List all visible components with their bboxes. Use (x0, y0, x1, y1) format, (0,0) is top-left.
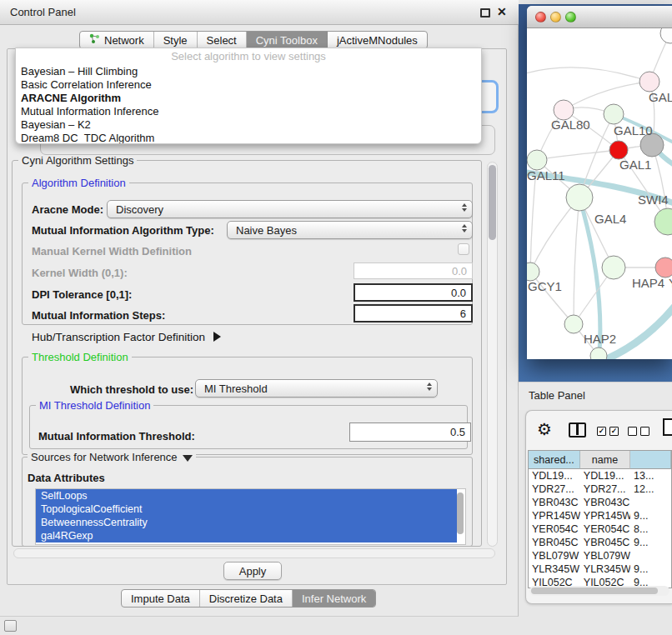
table-row[interactable]: YDL19... YDL19... 13... (529, 469, 671, 482)
list-item[interactable]: TopologicalCoefficient (36, 502, 457, 516)
table-row[interactable]: YPR145W YPR145W 9... (529, 509, 671, 522)
columns-icon[interactable] (569, 422, 586, 438)
which-threshold-combo[interactable]: MI Threshold (195, 379, 438, 398)
scrollbar-thumb[interactable] (531, 588, 658, 594)
table-row[interactable]: YER054C YER054C 8... (529, 522, 671, 536)
combo-stepper-icon (427, 382, 432, 391)
network-canvas[interactable]: GAL GAL80 GAL10 GAL1 GAL11 GAL4 SWI4 HAP… (527, 28, 672, 359)
data-attributes-label: Data Attributes (28, 472, 105, 484)
which-threshold-label: Which threshold to use: (70, 383, 193, 396)
network-graph[interactable]: GAL GAL80 GAL10 GAL1 GAL11 GAL4 SWI4 HAP… (527, 28, 672, 359)
network-node[interactable] (654, 208, 672, 235)
hub-tf-definition-label: Hub/Transcription Factor Definition (32, 331, 205, 343)
settings-group-title: Cyni Algorithm Settings (18, 154, 137, 167)
dropdown-option[interactable]: Dream8 DC_TDC Algorithm (16, 132, 481, 144)
dropdown-option[interactable]: Mutual Information Inference (16, 105, 481, 118)
dropdown-option-selected[interactable]: ARACNE Algorithm (16, 92, 481, 105)
tab-impute-data[interactable]: Impute Data (122, 590, 200, 607)
tab-style[interactable]: Style (154, 32, 198, 48)
close-traffic-light-icon[interactable] (535, 12, 546, 22)
settings-vertical-scrollbar[interactable] (487, 162, 498, 547)
cell: YBR043C (529, 496, 580, 509)
minimize-traffic-light-icon[interactable] (550, 12, 561, 22)
network-node[interactable] (590, 348, 607, 359)
mi-algorithm-type-value: Naive Bayes (236, 224, 297, 237)
table-row[interactable]: YDR27... YDR27... 12... (529, 482, 671, 496)
manual-kernel-width-label: Manual Kernel Width Definition (32, 245, 192, 258)
dropdown-placeholder: Select algorithm to view settings (16, 48, 481, 65)
list-scrollbar-thumb[interactable] (457, 492, 464, 534)
tab-cyni-toolbox[interactable]: Cyni Toolbox (247, 32, 328, 48)
float-window-icon[interactable] (480, 8, 490, 18)
tab-select[interactable]: Select (198, 32, 247, 48)
node-label: HAP2 (584, 332, 616, 346)
dropdown-option[interactable]: Bayesian – Hill Climbing (16, 65, 481, 78)
hub-tf-definition-expander[interactable]: Hub/Transcription Factor Definition (32, 331, 221, 343)
network-node[interactable] (639, 72, 659, 92)
network-node[interactable] (527, 150, 547, 170)
data-attributes-list: SelfLoops TopologicalCoefficient Between… (35, 488, 466, 545)
cell: YBL079W (580, 549, 630, 562)
node-attribute-table: shared... name YDL19... YDL19... 13... Y… (528, 450, 672, 588)
apply-button[interactable]: Apply (223, 562, 282, 580)
column-header-shared-name[interactable]: shared... (529, 451, 580, 469)
network-node[interactable] (566, 184, 593, 211)
tab-infer-network[interactable]: Infer Network (293, 590, 375, 607)
cell: 9... (630, 562, 671, 576)
combo-stepper-icon (462, 203, 467, 212)
table-row[interactable]: YBR043C YBR043C (529, 496, 671, 509)
table-row[interactable]: YLR345W YLR345W 9... (529, 562, 671, 576)
select-all-checkbox-icon[interactable]: ✓ (609, 427, 619, 436)
dropdown-option[interactable]: Bayesian – K2 (16, 118, 481, 132)
aracne-mode-value: Discovery (116, 203, 163, 216)
cell: YDL19... (580, 469, 630, 482)
minimized-panel-icon[interactable] (4, 620, 17, 632)
node-label: GAL (649, 90, 672, 104)
network-icon (89, 33, 100, 47)
manual-kernel-width-checkbox[interactable] (458, 243, 469, 255)
network-node[interactable] (655, 258, 672, 278)
mi-algorithm-type-combo[interactable]: Naive Bayes (227, 221, 473, 239)
table-row[interactable]: YBL079W YBL079W (529, 549, 671, 562)
list-item[interactable]: gal4RGexp (36, 529, 457, 542)
table-horizontal-scrollbar[interactable] (529, 586, 669, 596)
tab-infer-network-label: Infer Network (302, 592, 366, 605)
tab-jactivemnodules[interactable]: jActiveMNodules (328, 32, 427, 48)
network-node-gal1[interactable] (609, 141, 628, 159)
list-item[interactable]: BetweennessCentrality (36, 516, 457, 529)
network-node[interactable] (660, 28, 672, 43)
network-node[interactable] (564, 315, 583, 333)
network-node[interactable] (527, 262, 539, 281)
cell: YBR045C (529, 536, 580, 549)
network-node[interactable] (602, 256, 625, 279)
list-item[interactable]: SelfLoops (36, 489, 457, 502)
deselect-all-checkbox-icon[interactable] (628, 427, 637, 436)
kernel-width-input[interactable]: 0.0 (354, 262, 473, 279)
sources-expander[interactable]: Sources for Network Inference (28, 451, 196, 463)
select-all-checkbox-icon[interactable]: ✓ (597, 427, 606, 436)
node-label: GAL11 (527, 168, 565, 182)
new-table-icon[interactable] (663, 418, 672, 436)
scrollbar-thumb[interactable] (489, 165, 496, 240)
cell: YPR145W (529, 509, 580, 522)
column-header[interactable] (630, 451, 671, 469)
tab-discretize-data[interactable]: Discretize Data (200, 590, 293, 607)
cell: YBR045C (580, 536, 630, 549)
table-panel-title: Table Panel (529, 382, 585, 410)
table-row[interactable]: YBR045C YBR045C 9... (529, 536, 671, 549)
mi-threshold-input[interactable]: 0.5 (349, 422, 471, 442)
cell: 9... (630, 536, 671, 549)
column-header-name[interactable]: name (580, 451, 630, 469)
mi-threshold-label: Mutual Information Threshold: (38, 430, 195, 442)
aracne-mode-combo[interactable]: Discovery (107, 200, 473, 218)
deselect-all-checkbox-icon[interactable] (640, 427, 649, 436)
settings-horizontal-scrollbar[interactable] (13, 548, 495, 558)
dpi-tolerance-input[interactable]: 0.0 (354, 283, 473, 302)
network-node[interactable] (604, 104, 624, 124)
close-icon[interactable]: ✕ (497, 5, 507, 18)
dropdown-option[interactable]: Basic Correlation Inference (16, 78, 481, 92)
mi-steps-input[interactable]: 6 (354, 304, 473, 322)
gear-icon[interactable]: ⚙ (537, 419, 552, 439)
tab-network[interactable]: Network (80, 32, 154, 48)
zoom-traffic-light-icon[interactable] (565, 12, 576, 22)
